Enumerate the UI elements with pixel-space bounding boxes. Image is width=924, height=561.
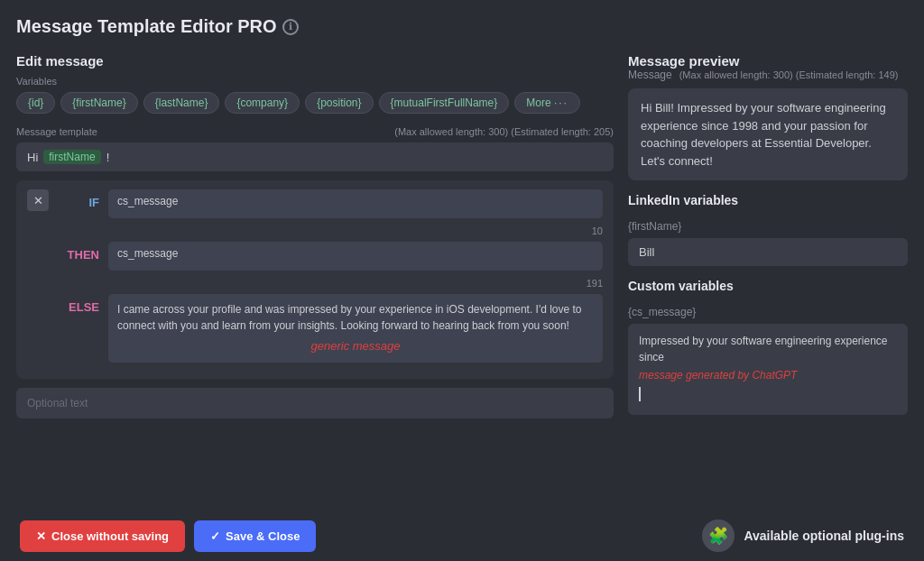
generic-message-label: generic message [117,337,594,355]
var-chip-id[interactable]: {id} [16,92,55,114]
save-check-icon: ✓ [210,529,220,543]
else-textarea[interactable]: I came across your profile and was impre… [108,294,603,363]
close-without-saving-button[interactable]: ✕ Close without saving [20,520,185,552]
optional-text-input[interactable]: Optional text [16,388,614,418]
template-length-info: (Max allowed length: 300) (Estimated len… [394,126,614,137]
variables-row: {id} {firstName} {lastName} {company} {p… [16,92,614,114]
close-x-icon: ✕ [36,529,46,543]
template-input-row[interactable]: Hi firstName ! [16,143,614,171]
preview-title: Message preview [628,53,908,69]
template-label: Message template [16,126,97,137]
more-dots: ··· [554,97,568,109]
template-suffix: ! [106,151,110,164]
chatgpt-label: message generated by ChatGPT [639,367,897,383]
message-preview-section: Message preview Message (Max allowed len… [628,53,908,180]
if-row: ✕ IF cs_message [27,189,603,218]
plugin-label: Available optional plug-ins [744,529,904,543]
footer: ✕ Close without saving ✓ Save & Close 🧩 … [16,510,908,561]
if-input[interactable]: cs_message [108,189,603,218]
custom-title: Custom variables [628,279,908,293]
info-icon[interactable]: ℹ [282,19,299,35]
var-chip-company[interactable]: {company} [225,92,300,114]
custom-var-textarea[interactable]: Impressed by your software engineering e… [628,324,908,415]
app-title: Message Template Editor PRO [16,16,277,37]
linkedin-var-value[interactable]: Bill [628,238,908,266]
variables-label: Variables [16,76,614,87]
cs-text: Impressed by your software engineering e… [639,333,897,365]
var-chip-mutualFirstFullName[interactable]: {mutualFirstFullName} [379,92,510,114]
then-input[interactable]: cs_message [108,242,603,271]
then-char-count: 191 [27,278,603,289]
if-label: IF [58,189,99,209]
var-chip-lastName[interactable]: {lastName} [143,92,220,114]
cursor-indicator [639,387,641,401]
message-label: Message [628,69,672,81]
close-conditional-button[interactable]: ✕ [27,189,49,211]
edit-message-label: Edit message [16,53,614,69]
preview-box: Hi Bill! Impressed by your software engi… [628,88,908,180]
linkedin-var-name: {firstName} [628,220,908,233]
var-chip-firstName[interactable]: {firstName} [60,92,137,114]
preview-meta: (Max allowed length: 300) (Estimated len… [679,69,899,80]
save-close-button[interactable]: ✓ Save & Close [194,520,316,552]
var-chip-position[interactable]: {position} [305,92,373,114]
if-char-count: 10 [27,225,603,236]
linkedin-variables-section: LinkedIn variables {firstName} Bill [628,193,908,266]
custom-var-name: {cs_message} [628,306,908,318]
else-row: ELSE I came across your profile and was … [27,294,603,363]
else-label: ELSE [58,294,99,314]
custom-variables-section: Custom variables {cs_message} Impressed … [628,279,908,415]
var-chip-more[interactable]: More ··· [514,92,580,114]
plugin-icon[interactable]: 🧩 [702,520,735,552]
conditional-block: ✕ IF cs_message 10 THEN cs_message 191 [16,180,614,379]
linkedin-title: LinkedIn variables [628,193,908,207]
then-label: THEN [58,242,99,262]
template-prefix: Hi [27,151,38,164]
template-var-inline: firstName [43,150,100,164]
then-row: THEN cs_message [27,242,603,271]
